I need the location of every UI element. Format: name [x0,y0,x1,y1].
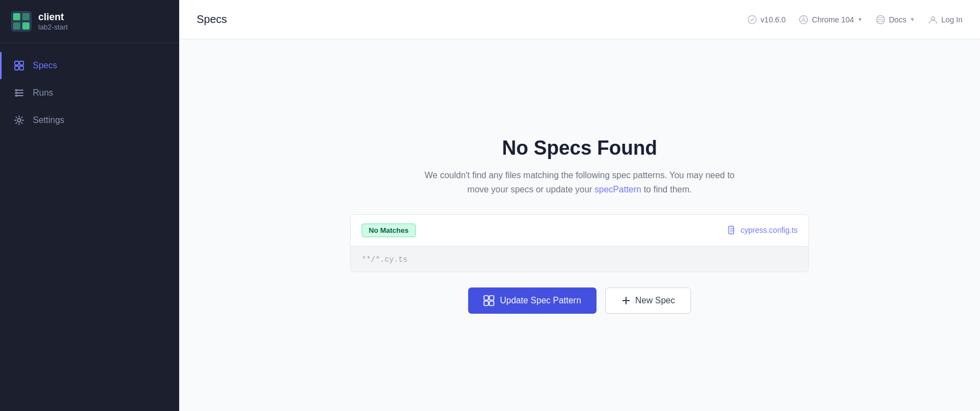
svg-rect-3 [13,22,20,30]
svg-rect-12 [15,89,17,91]
buttons-row: Update Spec Pattern New Spec [468,287,690,314]
specs-icon [13,60,25,72]
sidebar-app-name: client [38,11,68,24]
spec-pattern-link[interactable]: specPattern [595,185,641,194]
docs-icon [876,15,885,25]
sidebar-specs-label: Specs [33,61,57,71]
topbar: Specs v10.6.0 Chrome 104 [179,0,980,39]
topbar-right: v10.6.0 Chrome 104 ▼ [747,15,963,25]
pattern-card: No Matches cypress.config.ts **/*.cy.ts [350,214,809,272]
plus-icon [621,296,631,306]
pattern-card-header: No Matches cypress.config.ts [351,215,808,246]
svg-rect-30 [484,301,488,306]
svg-rect-29 [489,296,494,300]
user-icon [928,15,938,25]
svg-rect-28 [484,296,488,300]
svg-line-21 [801,20,803,21]
config-file-link[interactable]: cypress.config.ts [728,226,798,234]
svg-rect-31 [489,301,494,306]
browser-item[interactable]: Chrome 104 ▼ [799,15,863,25]
sidebar-divider [0,43,179,43]
browser-chevron-icon: ▼ [857,16,863,22]
sidebar-header: client lab2-start [0,0,179,43]
docs-chevron-icon: ▼ [910,16,915,22]
chrome-icon [799,15,808,25]
sidebar-nav: Specs Runs [0,48,179,138]
version-icon [747,15,757,25]
svg-rect-6 [20,61,23,65]
content-area: No Specs Found We couldn't find any file… [179,39,980,411]
new-spec-label: New Spec [635,296,675,306]
no-specs-description: We couldn't find any files matching the … [416,168,743,196]
svg-rect-2 [22,13,29,20]
sidebar-settings-label: Settings [33,115,64,125]
docs-label: Docs [889,15,906,24]
svg-rect-1 [13,13,20,20]
pattern-card-body: **/*.cy.ts [351,246,808,272]
description-text-part2: to find them. [641,185,692,194]
sidebar-subtitle: lab2-start [38,23,68,31]
svg-point-23 [931,16,935,20]
sidebar-item-runs[interactable]: Runs [0,79,179,107]
pattern-text: **/*.cy.ts [362,255,408,264]
svg-point-15 [17,119,21,122]
page-title: Specs [197,13,227,26]
svg-rect-4 [22,22,29,30]
login-label: Log In [941,15,963,24]
no-matches-badge: No Matches [362,224,416,237]
version-label: v10.6.0 [760,15,786,24]
sidebar: client lab2-start Specs [0,0,179,411]
sidebar-title-block: client lab2-start [38,11,68,32]
sidebar-item-settings[interactable]: Settings [0,107,179,134]
svg-rect-13 [15,92,17,94]
browser-label: Chrome 104 [812,15,854,24]
new-spec-button[interactable]: New Spec [605,287,691,314]
sidebar-runs-label: Runs [33,88,53,98]
settings-icon [13,114,25,126]
main-area: Specs v10.6.0 Chrome 104 [179,0,980,411]
docs-item[interactable]: Docs ▼ [876,15,915,25]
svg-line-20 [805,20,807,21]
login-item[interactable]: Log In [928,15,963,25]
update-spec-pattern-button[interactable]: Update Spec Pattern [468,287,597,314]
version-item: v10.6.0 [747,15,786,25]
no-specs-heading: No Specs Found [502,137,657,160]
update-icon [483,295,494,306]
runs-icon [13,87,25,99]
config-file-name: cypress.config.ts [741,226,798,234]
file-icon [728,226,736,234]
svg-rect-8 [20,66,23,70]
update-spec-pattern-label: Update Spec Pattern [500,296,581,306]
svg-rect-7 [15,66,19,70]
svg-rect-14 [15,95,17,97]
sidebar-item-specs[interactable]: Specs [0,52,179,79]
svg-rect-5 [15,61,19,65]
cypress-logo-icon [11,11,32,32]
